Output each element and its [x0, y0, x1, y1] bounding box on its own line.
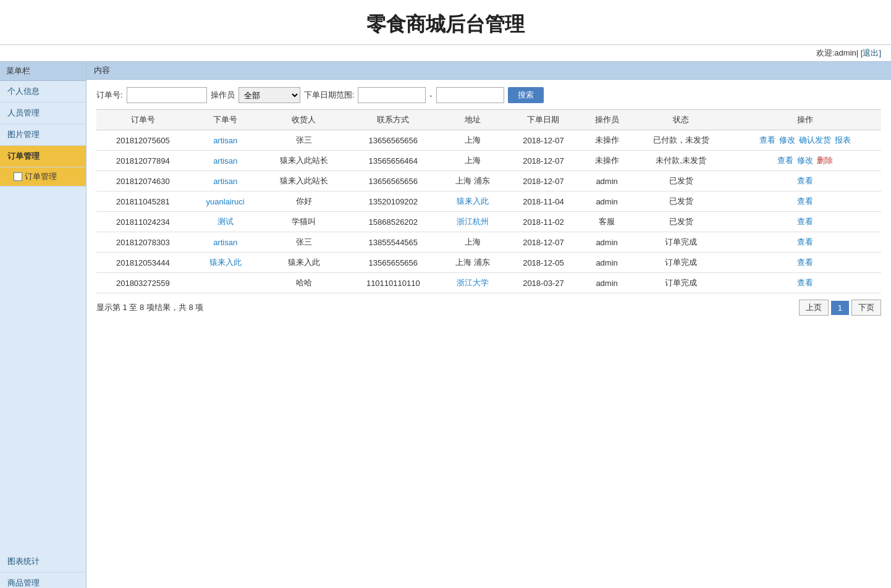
table-cell: 13855544565 — [347, 232, 440, 253]
table-cell-link[interactable]: 猿来入此 — [457, 196, 489, 206]
table-row: 201812078303artisan张三13855544565上海2018-1… — [96, 232, 881, 253]
operator-label: 操作员 — [211, 90, 235, 101]
action-link-修改[interactable]: 修改 — [779, 135, 795, 145]
action-link-确认发货[interactable]: 确认发货 — [799, 135, 831, 145]
col-buyer-no: 下单号 — [190, 110, 261, 130]
orders-table: 订单号 下单号 收货人 联系方式 地址 下单日期 操作员 状态 操作 20181… — [96, 109, 881, 293]
welcome-text: 欢迎:admin| — [816, 48, 858, 57]
table-cell: admin — [581, 171, 632, 191]
date-range-separator: - — [429, 91, 432, 100]
table-cell-actions: 查看 — [729, 171, 881, 191]
action-link-查看[interactable]: 查看 — [797, 176, 813, 185]
sidebar-item-product-manage[interactable]: 商品管理 — [0, 573, 86, 588]
table-cell: artisan — [190, 171, 261, 191]
current-page: 1 — [831, 301, 849, 315]
table-header: 订单号 下单号 收货人 联系方式 地址 下单日期 操作员 状态 操作 — [96, 110, 881, 130]
table-cell: artisan — [190, 151, 261, 171]
action-link-查看[interactable]: 查看 — [797, 237, 813, 246]
table-cell: artisan — [190, 130, 261, 151]
table-cell: 客服 — [581, 212, 632, 232]
table-cell: 浙江大学 — [440, 273, 506, 293]
col-order-no: 订单号 — [96, 110, 190, 130]
table-cell-actions: 查看 — [729, 273, 881, 293]
table-row: 201811024234测试学猫叫15868526202浙江杭州2018-11-… — [96, 212, 881, 232]
sidebar-item-user-manage[interactable]: 人员管理 — [0, 103, 86, 124]
content-inner: 订单号: 操作员 全部 下单日期范围: - 搜索 订单号 下单号 收货人 联系方… — [87, 80, 891, 323]
logout-link[interactable]: [退出] — [861, 48, 881, 57]
action-link-查看[interactable]: 查看 — [797, 258, 813, 267]
table-cell-actions: 查看修改确认发货报表 — [729, 130, 881, 151]
table-row: 201803272559哈哈110110110110浙江大学2018-03-27… — [96, 273, 881, 293]
order-no-label: 订单号: — [96, 90, 123, 101]
table-cell-link[interactable]: artisan — [213, 136, 237, 145]
table-cell-link[interactable]: artisan — [213, 177, 237, 186]
table-cell: 未操作 — [581, 151, 632, 171]
table-cell: 已发货 — [633, 191, 730, 212]
table-cell: 浙江杭州 — [440, 212, 506, 232]
table-cell: 2018-11-02 — [505, 212, 581, 232]
action-link-查看[interactable]: 查看 — [797, 278, 813, 287]
table-cell: 13520109202 — [347, 191, 440, 212]
sidebar-sub-item-order-manage[interactable]: 订单管理 — [0, 167, 86, 187]
sidebar-item-personal-info[interactable]: 个人信息 — [0, 81, 86, 103]
table-row: 201812074630artisan猿来入此站长13656565656上海 浦… — [96, 171, 881, 191]
sidebar-bottom: 图表统计 商品管理 — [0, 551, 86, 588]
table-cell: 上海 — [440, 232, 506, 253]
table-cell: 猿来入此站长 — [261, 171, 347, 191]
action-link-报表[interactable]: 报表 — [835, 135, 851, 145]
table-cell — [190, 273, 261, 293]
table-cell-actions: 查看 — [729, 191, 881, 212]
table-cell: 2018-12-07 — [505, 151, 581, 171]
search-bar: 订单号: 操作员 全部 下单日期范围: - 搜索 — [96, 87, 881, 103]
table-cell: 猿来入此 — [440, 191, 506, 212]
table-row: 201812075605artisan张三13656565656上海2018-1… — [96, 130, 881, 151]
action-link-查看[interactable]: 查看 — [797, 217, 813, 226]
prev-page-button[interactable]: 上页 — [799, 300, 829, 316]
action-link-查看[interactable]: 查看 — [759, 135, 775, 145]
table-cell: 订单完成 — [633, 232, 730, 253]
sidebar-item-order-manage[interactable]: 订单管理 — [0, 146, 86, 167]
date-end-input[interactable] — [436, 87, 504, 103]
table-cell: 2018-03-27 — [505, 273, 581, 293]
action-link-修改[interactable]: 修改 — [797, 156, 813, 165]
table-cell: admin — [581, 191, 632, 212]
date-start-input[interactable] — [358, 87, 426, 103]
action-link-查看[interactable]: 查看 — [797, 196, 813, 206]
next-page-button[interactable]: 下页 — [851, 300, 881, 316]
action-link-查看[interactable]: 查看 — [777, 156, 793, 165]
col-phone: 联系方式 — [347, 110, 440, 130]
col-actions: 操作 — [729, 110, 881, 130]
table-body: 201812075605artisan张三13656565656上海2018-1… — [96, 130, 881, 293]
content-area: 内容 订单号: 操作员 全部 下单日期范围: - 搜索 订单号 下单号 — [87, 62, 891, 588]
table-cell: 15868526202 — [347, 212, 440, 232]
col-operator: 操作员 — [581, 110, 632, 130]
col-address: 地址 — [440, 110, 506, 130]
sidebar-item-image-manage[interactable]: 图片管理 — [0, 124, 86, 146]
search-button[interactable]: 搜索 — [508, 87, 544, 103]
table-cell-link[interactable]: 测试 — [217, 217, 234, 226]
table-cell-link[interactable]: 猿来入此 — [209, 258, 242, 267]
table-cell-actions: 查看 — [729, 253, 881, 273]
operator-select[interactable]: 全部 — [239, 87, 300, 103]
sidebar-item-chart-stats[interactable]: 图表统计 — [0, 551, 86, 573]
table-cell: 201812078303 — [96, 232, 190, 253]
table-cell-actions: 查看修改删除 — [729, 151, 881, 171]
table-cell-link[interactable]: 浙江大学 — [457, 278, 489, 287]
order-no-input[interactable] — [127, 87, 207, 103]
table-cell-actions: 查看 — [729, 232, 881, 253]
table-cell: 你好 — [261, 191, 347, 212]
action-link-删除[interactable]: 删除 — [817, 156, 833, 165]
table-row: 201812053444猿来入此猿来入此13565655656上海 浦东2018… — [96, 253, 881, 273]
table-cell: 201811045281 — [96, 191, 190, 212]
table-cell-link[interactable]: artisan — [213, 156, 237, 166]
table-cell-link[interactable]: artisan — [213, 238, 237, 247]
table-cell-actions: 查看 — [729, 212, 881, 232]
table-cell-link[interactable]: yuanlairuci — [206, 197, 245, 206]
sidebar: 菜单栏 个人信息 人员管理 图片管理 订单管理 订单管理 图表统计 商品管理 — [0, 62, 87, 588]
table-row: 201811045281yuanlairuci你好13520109202猿来入此… — [96, 191, 881, 212]
table-cell: 13656565656 — [347, 130, 440, 151]
table-cell-link[interactable]: 浙江杭州 — [457, 217, 489, 226]
table-cell: 张三 — [261, 130, 347, 151]
table-cell: 上海 — [440, 130, 506, 151]
table-cell: 未付款,未发货 — [633, 151, 730, 171]
